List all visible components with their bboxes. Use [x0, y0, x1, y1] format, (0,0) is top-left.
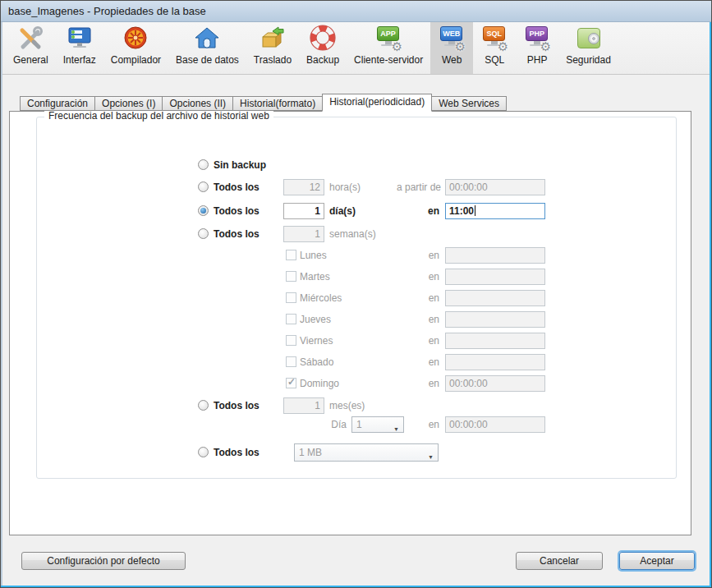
- weekday-at-label: en: [404, 313, 439, 326]
- weekday-row-domingo: Domingo en 00:00:00: [10, 375, 691, 393]
- weekday-label: Jueves: [300, 313, 331, 326]
- toolbar-label: PHP: [527, 54, 548, 66]
- window-frame-accent-right: [710, 22, 711, 587]
- weekday-time-field: [445, 247, 545, 264]
- title-bar: base_Imagenes - Propiedades de la base: [1, 1, 711, 22]
- toolbar-label: Seguridad: [566, 54, 611, 66]
- toolbar-item-traslado[interactable]: Traslado: [246, 22, 299, 74]
- tools-icon: [16, 25, 44, 53]
- tab-historial-periodicidad[interactable]: Historial(periodicidad): [322, 94, 432, 112]
- tab-opciones-2[interactable]: Opciones (II): [162, 96, 233, 111]
- properties-dialog: base_Imagenes - Propiedades de la base G…: [0, 0, 712, 588]
- radio-weeks[interactable]: [198, 228, 209, 239]
- checkbox-lunes: [286, 250, 296, 260]
- app-monitor-icon: APP ⚙: [374, 25, 402, 53]
- default-config-button[interactable]: Configuración por defecto: [21, 552, 186, 570]
- groupbox-title: Frecuencia del backup del archivo de his…: [44, 110, 273, 122]
- hours-unit-label: hora(s): [329, 181, 361, 194]
- hours-from-label: a partir de: [371, 181, 441, 194]
- weekday-row-martes: Martes en: [10, 269, 691, 287]
- gear-icon: ⚙: [498, 41, 508, 53]
- weekday-at-label: en: [404, 334, 439, 347]
- transfer-box-icon: [259, 25, 287, 53]
- checkbox-domingo: [286, 378, 296, 388]
- compiler-wheel-icon: [122, 25, 149, 53]
- checkbox-viernes: [286, 335, 296, 346]
- hours-value-field: 12: [283, 179, 324, 195]
- hours-start-time-field: 00:00:00: [445, 179, 545, 195]
- accept-button[interactable]: Aceptar: [619, 552, 695, 570]
- radio-label: Sin backup: [214, 158, 266, 172]
- size-select: 1 MB: [294, 443, 439, 462]
- days-value-field[interactable]: 1: [283, 203, 324, 219]
- month-at-label: en: [404, 418, 439, 431]
- radio-size[interactable]: [198, 447, 209, 457]
- toolbar-item-web[interactable]: WEB ⚙ Web: [430, 22, 473, 74]
- option-row-sin-backup: Sin backup: [10, 157, 691, 175]
- weekday-row-viernes: Viernes en: [10, 333, 691, 351]
- toolbar-item-cliente-servidor[interactable]: APP ⚙ Cliente-servidor: [347, 22, 430, 74]
- radio-months[interactable]: [198, 400, 209, 411]
- weekday-label: Viernes: [300, 334, 333, 347]
- toolbar-item-sql[interactable]: SQL ⚙ SQL: [473, 22, 516, 74]
- checkbox-sabado: [286, 356, 296, 367]
- days-at-label: en: [404, 204, 439, 218]
- tab-strip: Configuración Opciones (I) Opciones (II)…: [20, 96, 506, 112]
- radio-sin-backup[interactable]: [198, 159, 209, 170]
- option-row-months: Todos los 1 mes(es): [10, 397, 691, 416]
- toolbar-item-general[interactable]: General: [6, 22, 56, 74]
- option-row-hours: Todos los 12 hora(s) a partir de 00:00:0…: [10, 179, 691, 197]
- weekday-time-field: [445, 269, 545, 285]
- tab-historial-formato[interactable]: Historial(formato): [232, 96, 323, 111]
- weekday-at-label: en: [404, 292, 439, 305]
- month-day-label: Día: [322, 418, 347, 431]
- gear-icon: ⚙: [392, 41, 402, 53]
- tab-web-services[interactable]: Web Services: [431, 96, 507, 111]
- days-time-field[interactable]: 11:00: [445, 203, 545, 219]
- toolbar-label: Base de datos: [176, 54, 239, 66]
- toolbar-item-php[interactable]: PHP ⚙ PHP: [516, 22, 558, 74]
- checkbox-miercoles: [286, 292, 296, 303]
- toolbar-item-backup[interactable]: Backup: [299, 22, 347, 74]
- radio-label: Todos los: [214, 204, 260, 218]
- radio-label: Todos los: [214, 399, 260, 412]
- window-title: base_Imagenes - Propiedades de la base: [8, 5, 206, 17]
- tab-configuracion[interactable]: Configuración: [20, 96, 95, 111]
- weekday-at-label: en: [404, 377, 439, 390]
- toolbar-item-base-de-datos[interactable]: Base de datos: [168, 22, 246, 74]
- tab-opciones-1[interactable]: Opciones (I): [94, 96, 163, 111]
- window-frame-accent-left: [1, 22, 2, 587]
- checkbox-martes: [286, 271, 296, 282]
- weekday-label: Lunes: [300, 249, 327, 262]
- weekday-row-miercoles: Miércoles en: [10, 290, 691, 308]
- radio-label: Todos los: [214, 227, 260, 241]
- sql-monitor-icon: SQL ⚙: [480, 25, 508, 53]
- toolbar-item-seguridad[interactable]: Seguridad: [558, 22, 618, 74]
- weekday-time-field: [445, 333, 545, 349]
- toolbar-item-compilador[interactable]: Compilador: [103, 22, 168, 74]
- month-time-field: 00:00:00: [445, 416, 545, 433]
- weekday-label: Martes: [300, 270, 330, 283]
- disc-icon: [588, 33, 599, 44]
- weekday-time-field: [445, 311, 545, 328]
- weekday-label: Miércoles: [300, 292, 342, 305]
- month-day-row: Día 1 en 00:00:00: [10, 416, 691, 434]
- window-frame-accent-bottom: [1, 586, 711, 587]
- radio-days[interactable]: [198, 205, 209, 216]
- days-unit-label: día(s): [329, 204, 356, 218]
- toolbar-item-interfaz[interactable]: Interfaz: [56, 22, 103, 74]
- weekday-at-label: en: [404, 249, 439, 262]
- toolbar-label: Backup: [306, 54, 339, 66]
- radio-hours[interactable]: [198, 181, 209, 192]
- web-monitor-icon: WEB ⚙: [438, 25, 466, 53]
- months-unit-label: mes(es): [329, 399, 365, 412]
- toolbar-label: Web: [442, 54, 462, 66]
- weekday-time-field: 00:00:00: [445, 375, 545, 392]
- gear-icon: ⚙: [540, 41, 551, 53]
- weeks-value-field: 1: [283, 226, 324, 242]
- gear-icon: ⚙: [455, 41, 466, 53]
- option-row-size: Todos los 1 MB: [10, 443, 691, 462]
- cancel-button[interactable]: Cancelar: [516, 552, 603, 570]
- weeks-unit-label: semana(s): [329, 227, 376, 241]
- checkbox-jueves: [286, 314, 296, 324]
